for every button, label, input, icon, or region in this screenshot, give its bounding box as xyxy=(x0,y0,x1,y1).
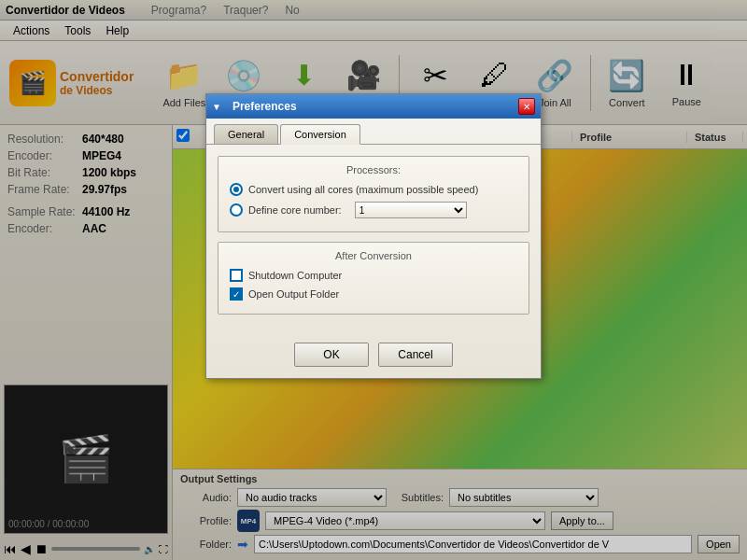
define-core-radio[interactable] xyxy=(230,203,243,217)
all-cores-radio[interactable] xyxy=(230,183,243,196)
tab-general[interactable]: General xyxy=(214,124,278,144)
dialog-title-bar: ▼ Preferences ✕ xyxy=(206,94,541,119)
shutdown-checkbox[interactable] xyxy=(230,269,243,282)
dialog-close-button[interactable]: ✕ xyxy=(518,98,535,115)
all-cores-label: Convert using all cores (maximum possibl… xyxy=(248,184,478,195)
open-folder-row: ✓ Open Output Folder xyxy=(230,287,517,301)
dialog-arrow-icon: ▼ xyxy=(212,102,221,112)
preferences-dialog: ▼ Preferences ✕ General Conversion Proce… xyxy=(205,93,542,379)
after-conversion-section: After Conversion Shutdown Computer ✓ Ope… xyxy=(218,242,529,315)
dialog-tabs: General Conversion xyxy=(206,119,541,145)
core-number-select[interactable]: 1 2 4 xyxy=(355,202,467,218)
after-conversion-title: After Conversion xyxy=(230,250,517,261)
dialog-cancel-button[interactable]: Cancel xyxy=(378,343,453,367)
tab-conversion[interactable]: Conversion xyxy=(280,124,360,145)
define-core-label: Define core number: xyxy=(248,204,342,216)
dialog-overlay: ▼ Preferences ✕ General Conversion Proce… xyxy=(0,0,747,560)
open-folder-checkbox[interactable]: ✓ xyxy=(230,287,243,301)
dialog-buttons: OK Cancel xyxy=(206,335,541,378)
dialog-content: Processors: Convert using all cores (max… xyxy=(206,145,541,335)
processors-title: Processors: xyxy=(230,164,517,175)
shutdown-row: Shutdown Computer xyxy=(230,269,517,282)
open-folder-label: Open Output Folder xyxy=(248,288,339,300)
shutdown-label: Shutdown Computer xyxy=(248,270,342,281)
all-cores-row: Convert using all cores (maximum possibl… xyxy=(230,183,517,196)
dialog-title-text: Preferences xyxy=(233,100,297,113)
dialog-ok-button[interactable]: OK xyxy=(294,343,369,367)
define-core-row: Define core number: 1 2 4 xyxy=(230,202,517,218)
processors-section: Processors: Convert using all cores (max… xyxy=(218,156,529,232)
